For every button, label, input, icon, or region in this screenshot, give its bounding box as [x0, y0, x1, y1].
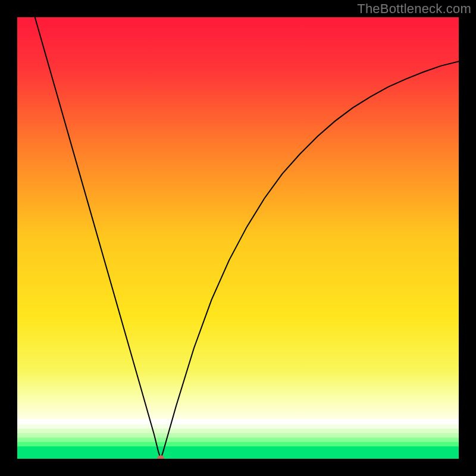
svg-rect-4 [17, 433, 459, 438]
svg-rect-2 [17, 424, 459, 429]
svg-rect-5 [17, 437, 459, 442]
svg-rect-1 [17, 419, 459, 425]
watermark-text: TheBottleneck.com [357, 1, 471, 17]
svg-rect-6 [17, 442, 459, 447]
svg-rect-0 [17, 17, 459, 459]
svg-rect-7 [17, 446, 459, 459]
bottleneck-chart [17, 17, 459, 459]
chart-frame [17, 17, 459, 459]
svg-rect-3 [17, 429, 459, 434]
